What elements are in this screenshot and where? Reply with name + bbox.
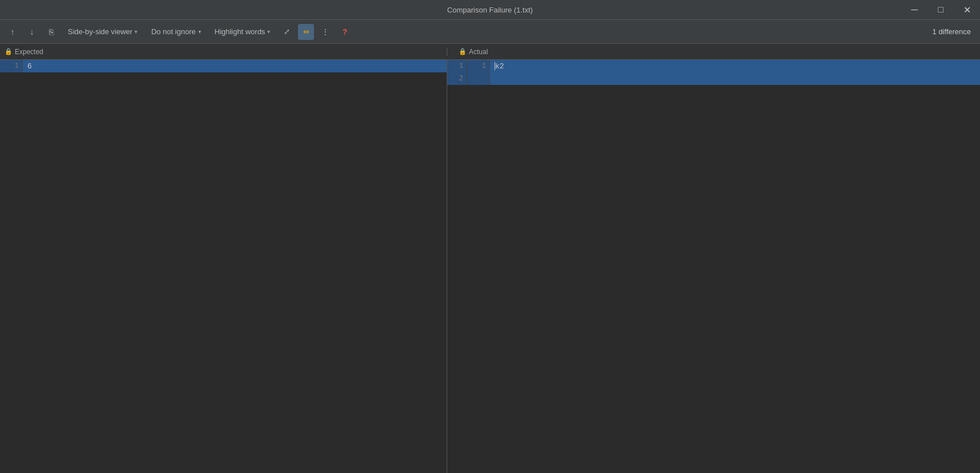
expected-line-num-1: 1 xyxy=(0,60,23,72)
text-cursor xyxy=(495,62,495,70)
expected-diff-lines: 1 6 xyxy=(0,60,447,72)
actual-lock-icon: 🔒 xyxy=(459,48,467,55)
title-bar: Comparison Failure (1.txt) ─ □ ✕ xyxy=(0,0,980,20)
viewer-dropdown-button[interactable]: Side-by-side viewer ▾ xyxy=(63,24,142,40)
actual-line-content-2 xyxy=(490,72,980,85)
expected-line-content-1: 6 xyxy=(23,60,447,72)
viewer-label: Side-by-side viewer xyxy=(68,27,132,36)
highlight-label: Highlight words xyxy=(215,27,266,36)
prev-diff-button[interactable]: ↑ xyxy=(5,24,21,40)
actual-line-2: 2 xyxy=(447,72,980,85)
diff-count: 1 difference xyxy=(932,27,971,36)
ignore-dropdown-arrow: ▾ xyxy=(198,28,201,35)
next-diff-button[interactable]: ↓ xyxy=(24,24,40,40)
actual-line-1: 1 1 k2 xyxy=(447,60,980,72)
sync-scroll-icon: ⎘ xyxy=(49,27,54,36)
more-icon: ⋮ xyxy=(321,27,329,36)
highlight-dropdown-button[interactable]: Highlight words ▾ xyxy=(210,24,276,40)
highlight-dropdown-arrow: ▾ xyxy=(267,28,270,35)
sync-views-button[interactable]: ⇔ xyxy=(298,24,314,40)
maximize-button[interactable]: □ xyxy=(928,0,954,20)
actual-line-num-left-2: 2 xyxy=(447,72,467,85)
actual-pane[interactable]: 1 1 k2 2 xyxy=(447,60,980,473)
actual-panel-header: 🔒 Actual xyxy=(447,48,980,56)
actual-label: Actual xyxy=(469,48,488,56)
collapse-icon: ⤢ xyxy=(284,27,290,36)
ignore-dropdown-button[interactable]: Do not ignore ▾ xyxy=(146,24,206,40)
actual-line-num-1: 1 xyxy=(467,60,490,72)
actual-diff-lines: 1 1 k2 2 xyxy=(447,60,980,85)
actual-line-num-2 xyxy=(467,72,490,85)
content-area: 1 6 1 1 k2 2 xyxy=(0,60,980,473)
window-controls: ─ □ ✕ xyxy=(901,0,980,19)
window-title: Comparison Failure (1.txt) xyxy=(447,6,533,14)
viewer-dropdown-arrow: ▾ xyxy=(134,28,137,35)
expected-pane[interactable]: 1 6 xyxy=(0,60,447,473)
close-button[interactable]: ✕ xyxy=(954,0,980,20)
help-button[interactable]: ? xyxy=(337,24,353,40)
arrow-down-icon: ↓ xyxy=(30,27,34,36)
actual-line-content-1: k2 xyxy=(490,60,980,72)
minimize-button[interactable]: ─ xyxy=(901,0,928,20)
expected-line-1: 1 6 xyxy=(0,60,447,72)
collapse-button[interactable]: ⤢ xyxy=(279,24,295,40)
more-options-button[interactable]: ⋮ xyxy=(317,24,333,40)
ignore-label: Do not ignore xyxy=(151,27,195,36)
expected-lock-icon: 🔒 xyxy=(5,48,13,55)
expected-panel-header: 🔒 Expected xyxy=(0,48,447,56)
sync-views-icon: ⇔ xyxy=(303,27,309,36)
arrow-up-icon: ↑ xyxy=(11,27,15,36)
help-icon: ? xyxy=(342,27,348,36)
panel-headers: 🔒 Expected 🔒 Actual xyxy=(0,44,980,60)
actual-line-num-left-1: 1 xyxy=(447,60,467,72)
expected-label: Expected xyxy=(15,48,43,56)
toolbar: ↑ ↓ ⎘ Side-by-side viewer ▾ Do not ignor… xyxy=(0,20,980,44)
sync-scroll-button[interactable]: ⎘ xyxy=(43,24,59,40)
